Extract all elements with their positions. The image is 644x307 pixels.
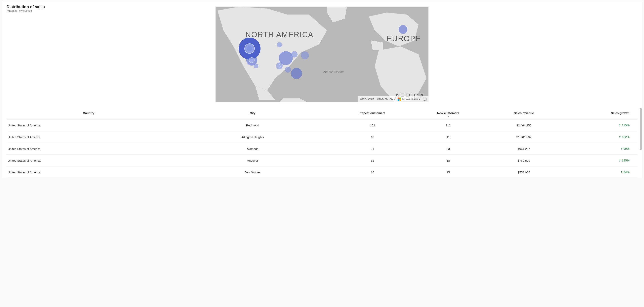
map-attribution: ©2024 OSM ©2024 TomTom Microsoft Azure: [358, 96, 428, 102]
cell-revenue: $2,464,255: [486, 119, 562, 131]
table-row[interactable]: United States of AmericaArlington Height…: [6, 131, 638, 143]
cell-new: 15: [410, 166, 486, 178]
cell-growth: ↗175%: [562, 119, 638, 131]
trend-up-icon: ↗: [618, 123, 622, 128]
map-bubble[interactable]: [398, 25, 408, 34]
cell-new: 112: [410, 119, 486, 131]
cell-growth: ↗99%: [562, 143, 638, 155]
map-bubble[interactable]: [278, 64, 281, 68]
cell-country: United States of America: [6, 155, 170, 166]
col-header-revenue[interactable]: Sales revenue: [486, 108, 562, 119]
map-bubble[interactable]: [249, 57, 254, 63]
cell-repeat: 32: [334, 155, 410, 166]
col-header-repeat[interactable]: Repeat customers: [334, 108, 410, 119]
cell-revenue: $944,237: [486, 143, 562, 155]
label-europe: EUROPE: [387, 34, 421, 43]
table-row[interactable]: United States of AmericaAndover3218$752,…: [6, 155, 638, 166]
table-row[interactable]: United States of AmericaAlameda3123$944,…: [6, 143, 638, 155]
vertical-scrollbar[interactable]: [640, 108, 642, 150]
label-atlantic: Atlantic Ocean: [323, 70, 344, 74]
label-north-america: NORTH AMERICA: [246, 30, 314, 39]
cell-revenue: $553,966: [486, 166, 562, 178]
map-bubble[interactable]: [247, 46, 252, 51]
azure-label: Microsoft Azure: [402, 98, 420, 101]
cell-city: Alameda: [170, 143, 334, 155]
col-header-growth[interactable]: Sales growth: [562, 108, 638, 119]
cell-country: United States of America: [6, 119, 170, 131]
col-header-city[interactable]: City: [170, 108, 334, 119]
trend-up-icon: ↗: [619, 146, 624, 151]
map-container: NORTH AMERICA EUROPE AFRICA Atlantic Oce…: [6, 6, 638, 102]
cell-country: United States of America: [6, 143, 170, 155]
sales-map[interactable]: NORTH AMERICA EUROPE AFRICA Atlantic Oce…: [216, 6, 428, 102]
microsoft-logo-icon: [398, 98, 401, 101]
microsoft-azure-logo: Microsoft Azure: [398, 98, 420, 101]
sales-table-container: Country City Repeat customers New custom…: [6, 108, 638, 178]
map-bubble[interactable]: [277, 42, 282, 48]
table-row[interactable]: United States of AmericaRedmond162112$2,…: [6, 119, 638, 131]
cell-repeat: 16: [334, 131, 410, 143]
cell-growth: ↗94%: [562, 166, 638, 178]
trend-up-icon: ↗: [619, 170, 624, 174]
cell-repeat: 16: [334, 166, 410, 178]
cell-country: United States of America: [6, 166, 170, 178]
map-bubble[interactable]: [291, 68, 302, 79]
col-header-country[interactable]: Country: [6, 108, 170, 119]
cell-city: Andover: [170, 155, 334, 166]
cell-growth: ↗185%: [562, 155, 638, 166]
cell-new: 18: [410, 155, 486, 166]
map-bubble[interactable]: [301, 51, 309, 59]
table-row[interactable]: United States of AmericaDes Moines1615$5…: [6, 166, 638, 178]
cell-repeat: 31: [334, 143, 410, 155]
cell-growth: ↗182%: [562, 131, 638, 143]
trend-up-icon: ↗: [618, 135, 622, 139]
attrib-osm: ©2024 OSM: [360, 98, 374, 101]
col-header-new[interactable]: New customers: [410, 108, 486, 119]
cell-city: Des Moines: [170, 166, 334, 178]
map-bubble[interactable]: [254, 64, 258, 68]
cell-repeat: 162: [334, 119, 410, 131]
sales-table: Country City Repeat customers New custom…: [6, 108, 638, 178]
cell-city: Redmond: [170, 119, 334, 131]
cell-revenue: $1,260,582: [486, 131, 562, 143]
cell-new: 23: [410, 143, 486, 155]
cell-city: Arlington Heights: [170, 131, 334, 143]
sort-desc-icon: [447, 116, 449, 118]
cell-revenue: $752,529: [486, 155, 562, 166]
sales-distribution-card: Distribution of sales 7/1/2023 - 12/30/2…: [2, 1, 642, 178]
cell-new: 11: [410, 131, 486, 143]
cell-country: United States of America: [6, 131, 170, 143]
attrib-tomtom: ©2024 TomTom: [377, 98, 395, 101]
map-bubble[interactable]: [291, 51, 298, 58]
map-bubble[interactable]: [285, 67, 291, 73]
feedback-icon[interactable]: [423, 98, 426, 101]
trend-up-icon: ↗: [618, 158, 622, 163]
